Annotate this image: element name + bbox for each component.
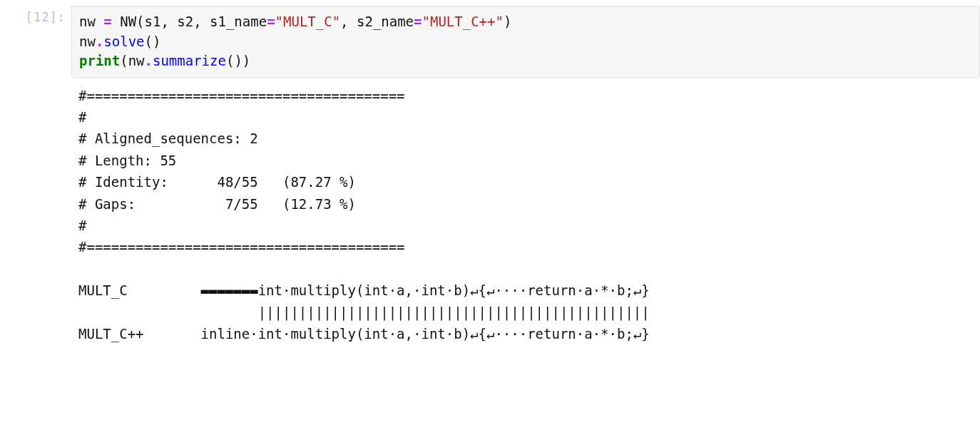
string-literal: "MULT_C" <box>275 14 341 29</box>
operator: . <box>96 34 103 49</box>
code-text: ()) <box>226 53 250 68</box>
operator: = <box>267 14 275 29</box>
method-name: summarize <box>153 53 226 68</box>
code-text: () <box>145 34 161 49</box>
code-text: nw <box>79 34 96 49</box>
code-text: nw <box>79 14 103 29</box>
operator: = <box>414 14 422 29</box>
code-output-area: #=======================================… <box>71 78 980 351</box>
string-literal: "MULT_C++" <box>422 14 504 29</box>
builtin: print <box>79 53 120 68</box>
operator: . <box>145 53 153 68</box>
output-text: #=======================================… <box>78 88 650 342</box>
code-text: (nw <box>120 53 144 68</box>
method-name: solve <box>103 34 144 49</box>
code-input-area[interactable]: nw = NW(s1, s2, s1_name="MULT_C", s2_nam… <box>71 6 980 78</box>
code-text: NW(s1, s2, s1_name <box>112 14 267 29</box>
prompt-label: [12]: <box>26 10 66 24</box>
notebook-cell: [12]: nw = NW(s1, s2, s1_name="MULT_C", … <box>0 0 980 350</box>
operator: = <box>103 14 111 29</box>
code-text: ) <box>504 14 511 29</box>
cell-content: nw = NW(s1, s2, s1_name="MULT_C", s2_nam… <box>71 6 980 350</box>
code-text: , s2_name <box>340 14 414 29</box>
input-prompt: [12]: <box>0 6 71 350</box>
